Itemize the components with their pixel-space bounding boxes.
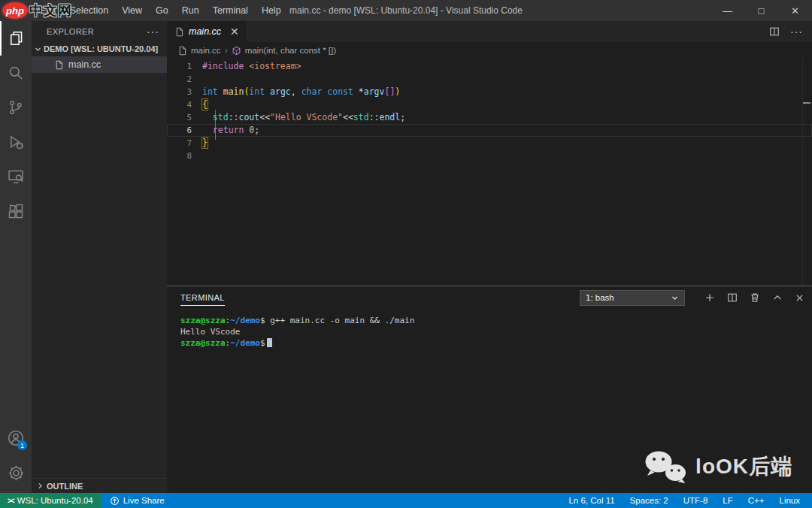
outline-section-header[interactable]: OUTLINE — [32, 478, 167, 493]
code-token: cout — [239, 112, 260, 122]
activitybar-run-debug[interactable] — [0, 125, 32, 159]
explorer-title: EXPLORER — [47, 27, 94, 36]
maximize-button[interactable]: □ — [744, 0, 778, 21]
code-line-8[interactable]: 8 — [167, 150, 812, 162]
close-panel-icon[interactable] — [795, 293, 804, 303]
explorer-more-actions-button[interactable]: ··· — [147, 26, 159, 38]
code-line-7[interactable]: 7} — [167, 137, 812, 150]
watermark-text: loOK后端 — [695, 452, 792, 481]
code-text[interactable]: std::cout<<"Hello VScode"<<std::endl; — [202, 111, 405, 124]
status-ln-6-col-11[interactable]: Ln 6, Col 11 — [568, 496, 614, 505]
editor-more-actions-button[interactable]: ··· — [790, 26, 803, 38]
line-number[interactable]: 8 — [167, 150, 202, 162]
breadcrumb-symbol[interactable]: main(int, char const * []) — [245, 46, 336, 55]
tab-close-icon[interactable]: ✕ — [230, 26, 239, 38]
menu-help[interactable]: Help — [255, 0, 288, 21]
code-line-5[interactable]: 5 std::cout<<"Hello VScode"<<std::endl; — [167, 111, 812, 124]
folder-section-header[interactable]: DEMO [WSL: UBUNTU-20.04] — [32, 41, 167, 56]
activitybar-accounts[interactable]: 1 — [0, 421, 32, 455]
status-lf[interactable]: LF — [723, 496, 732, 505]
line-number[interactable]: 2 — [167, 73, 202, 86]
code-text[interactable]: int main(int argc, char const *argv[]) — [202, 86, 400, 98]
status-c++[interactable]: C++ — [748, 496, 765, 505]
menu-go[interactable]: Go — [149, 0, 175, 21]
files-icon — [8, 30, 24, 47]
activity-bar-bottom: 1 — [0, 421, 32, 490]
kill-terminal-icon[interactable] — [750, 292, 760, 303]
code-token — [218, 86, 223, 97]
logo-cn-text: 中文网 — [29, 2, 72, 20]
code-text[interactable]: } — [202, 137, 208, 150]
search-icon — [8, 65, 24, 81]
file-icon — [174, 27, 184, 37]
file-item-main.cc[interactable]: main.cc — [32, 56, 167, 73]
code-line-6[interactable]: 6 return 0; — [167, 124, 812, 137]
terminal-select-value: 1: bash — [586, 293, 614, 302]
file-icon — [54, 60, 64, 70]
terminal-line-3[interactable]: szza@szza:~/demo$ — [180, 337, 812, 349]
code-line-1[interactable]: 1#include <iostream> — [167, 60, 812, 73]
code-editor[interactable]: 1#include <iostream>23int main(int argc,… — [167, 59, 812, 286]
code-token: ; — [400, 112, 405, 122]
code-token: "Hello VScode" — [270, 112, 343, 122]
activitybar-source-control[interactable] — [0, 90, 32, 125]
tab-terminal[interactable]: TERMINAL — [180, 293, 225, 306]
editor-scrollbar[interactable] — [802, 59, 812, 286]
remote-icon: >< — [8, 497, 14, 505]
php-logo-icon: php — [2, 2, 28, 19]
code-text[interactable]: #include <iostream> — [202, 60, 301, 73]
line-number[interactable]: 1 — [167, 60, 202, 73]
menu-run[interactable]: Run — [175, 0, 206, 21]
line-number[interactable]: 5 — [167, 111, 202, 124]
split-terminal-icon[interactable] — [727, 292, 738, 303]
terminal-line-1[interactable]: szza@szza:~/demo$ g++ main.cc -o main &&… — [180, 315, 812, 326]
menu-view[interactable]: View — [115, 0, 149, 21]
split-editor-icon[interactable] — [769, 26, 780, 37]
new-terminal-icon[interactable] — [704, 292, 715, 303]
line-number[interactable]: 4 — [167, 98, 202, 111]
status-utf-8[interactable]: UTF-8 — [683, 496, 708, 505]
chevron-down-icon — [671, 294, 679, 302]
code-token: ) — [395, 86, 400, 97]
activitybar-extensions[interactable] — [0, 194, 32, 228]
chevron-right-icon — [36, 482, 44, 490]
line-number[interactable]: 6 — [167, 124, 202, 137]
code-token: :: — [369, 112, 380, 122]
minimize-button[interactable]: — — [710, 0, 744, 21]
status-linux[interactable]: Linux — [780, 496, 801, 505]
chevron-down-icon — [34, 45, 42, 53]
activitybar-search[interactable] — [0, 56, 32, 90]
panel-header: TERMINAL 1: bash — [167, 286, 812, 309]
terminal-line-2[interactable]: Hello VScode — [180, 326, 812, 337]
code-line-3[interactable]: 3int main(int argc, char const *argv[]) — [167, 86, 812, 98]
remote-label: WSL: Ubuntu-20.04 — [17, 496, 93, 505]
activitybar-files[interactable] — [0, 21, 32, 56]
code-line-2[interactable]: 2 — [167, 73, 812, 86]
live-share-button[interactable]: Live Share — [101, 493, 174, 508]
live-share-label: Live Share — [123, 496, 165, 505]
status-bar-right: Ln 6, Col 11Spaces: 2UTF-8LFC++Linux — [568, 496, 812, 505]
code-token: ; — [254, 125, 259, 135]
tab-main-cc[interactable]: main.cc ✕ — [167, 21, 247, 42]
status-spaces-2[interactable]: Spaces: 2 — [630, 496, 668, 505]
extensions-icon — [8, 203, 24, 219]
terminal-token: Hello VScode — [180, 327, 240, 337]
wechat-watermark: loOK后端 — [643, 449, 792, 484]
terminal-select[interactable]: 1: bash — [580, 290, 685, 306]
code-token: [] — [384, 86, 395, 97]
code-text[interactable]: return 0; — [202, 124, 259, 137]
close-button[interactable]: ✕ — [778, 0, 812, 21]
code-token — [202, 112, 213, 122]
line-number[interactable]: 3 — [167, 86, 202, 98]
code-text[interactable]: { — [202, 98, 208, 111]
remote-indicator[interactable]: >< WSL: Ubuntu-20.04 — [0, 493, 101, 508]
breadcrumb-file[interactable]: main.cc — [191, 46, 221, 55]
code-token: << — [259, 112, 270, 122]
code-line-4[interactable]: 4{ — [167, 98, 812, 111]
line-number[interactable]: 7 — [167, 137, 202, 150]
maximize-panel-icon[interactable] — [772, 292, 783, 303]
menu-terminal[interactable]: Terminal — [206, 0, 255, 21]
activitybar-remote-explorer[interactable] — [0, 159, 32, 194]
overview-ruler-cursor-marker — [803, 102, 810, 104]
activitybar-settings-gear[interactable] — [0, 455, 32, 490]
